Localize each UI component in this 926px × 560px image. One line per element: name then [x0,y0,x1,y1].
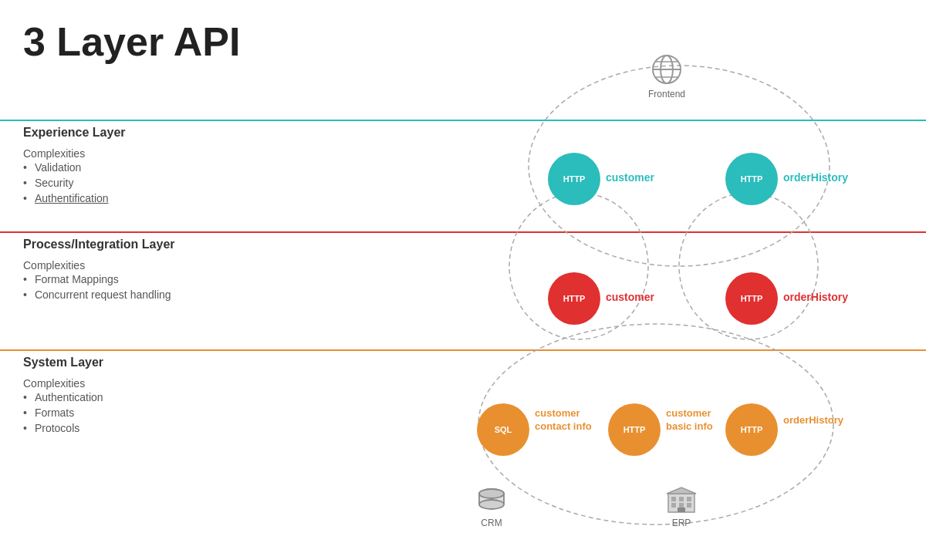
erp-icon: ERP [665,486,698,528]
svg-rect-19 [671,503,676,508]
process-complexities-label: Complexities [23,259,85,272]
exp-customer-circle: HTTP [548,153,600,205]
exp-order-circle: HTTP [725,153,778,205]
experience-complexities-label: Complexities [23,147,85,160]
proc-customer-circle: HTTP [548,272,600,325]
crm-label: CRM [481,518,502,528]
exp-customer-label: customer [606,171,654,184]
experience-bullets: •Validation •Security •Authentification [23,161,109,207]
sys-sql-circle: SQL [477,403,529,456]
system-complexities-label: Complexities [23,377,85,390]
page-title: 3 Layer API [0,0,926,73]
system-bullets: •Authentication •Formats •Protocols [23,391,103,437]
crm-icon: CRM [476,487,507,528]
sys-http1-label: customerbasic info [666,407,713,433]
svg-rect-17 [679,497,684,501]
svg-rect-22 [678,508,685,512]
svg-rect-20 [679,503,684,508]
sys-sql-label: customercontact info [535,407,592,433]
frontend-icon: Frontend [648,52,685,100]
svg-point-11 [479,500,504,509]
system-layer-title: System Layer [23,356,103,369]
svg-point-14 [479,489,504,498]
process-bullets: •Format Mappings •Concurrent request han… [23,273,171,304]
sys-http2-circle: HTTP [725,403,778,456]
process-layer-title: Process/Integration Layer [23,238,175,251]
diagram-svg [448,46,926,560]
erp-label: ERP [672,518,691,528]
svg-marker-23 [667,487,696,494]
proc-order-circle: HTTP [725,272,778,325]
exp-order-label: orderHistory [783,171,848,184]
svg-rect-16 [671,497,676,501]
sys-http2-label: orderHistory [783,414,843,426]
proc-customer-label: customer [606,291,654,303]
frontend-label: Frontend [648,89,685,100]
proc-order-label: orderHistory [783,291,848,303]
experience-layer-title: Experience Layer [23,126,126,140]
svg-rect-18 [687,497,691,501]
svg-rect-21 [687,503,691,508]
sys-http1-circle: HTTP [608,403,661,456]
